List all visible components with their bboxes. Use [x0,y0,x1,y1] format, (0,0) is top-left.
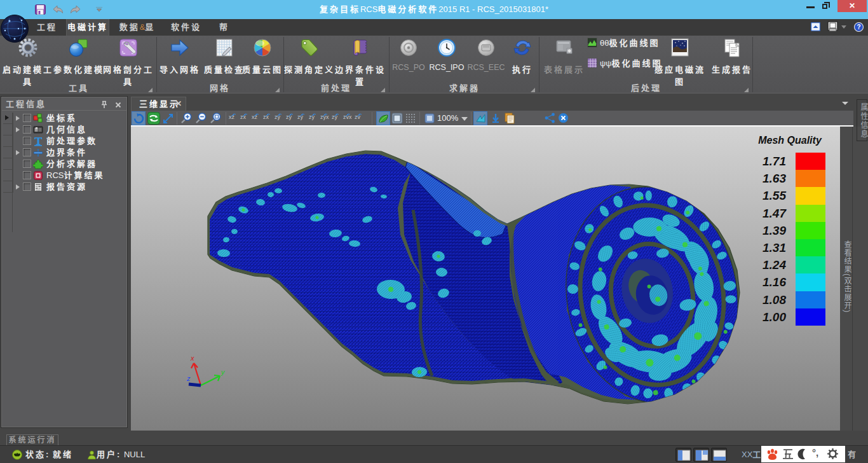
svg-text:y: y [220,368,226,376]
svg-text:?: ? [857,24,860,31]
svg-text:z: z [186,375,191,382]
svg-text:x: x [190,354,194,362]
